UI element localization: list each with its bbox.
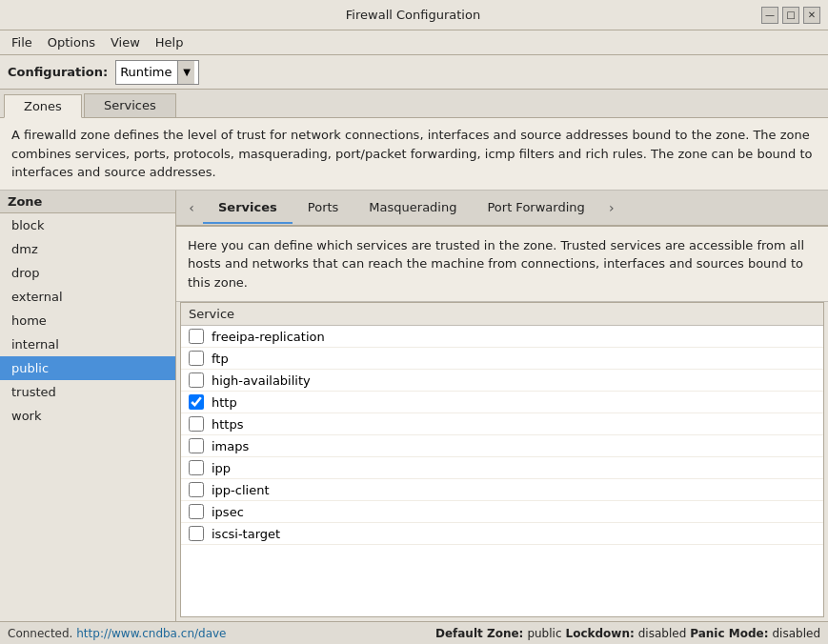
service-row-ipp-client: ipp-client	[181, 479, 823, 501]
service-checkbox-ipsec[interactable]	[189, 504, 204, 519]
service-row-http: http	[181, 392, 823, 413]
service-name-https: https	[212, 417, 243, 432]
config-value: Runtime	[120, 65, 172, 79]
inner-tab-ports[interactable]: Ports	[293, 192, 354, 222]
status-link[interactable]: http://www.cndba.cn/dave	[76, 627, 226, 640]
menu-options[interactable]: Options	[40, 33, 103, 51]
zone-item-drop[interactable]: drop	[0, 261, 175, 285]
service-name-imaps: imaps	[212, 439, 249, 453]
panic-value: disabled	[772, 627, 820, 640]
right-panel: ‹ Services Ports Masquerading Port Forwa…	[176, 191, 828, 622]
zone-item-trusted[interactable]: trusted	[0, 380, 175, 404]
zone-item-external[interactable]: external	[0, 285, 175, 309]
menu-view[interactable]: View	[103, 33, 148, 51]
tab-zones[interactable]: Zones	[4, 94, 82, 118]
service-checkbox-imaps[interactable]	[189, 438, 204, 453]
service-checkbox-high-availability[interactable]	[189, 372, 204, 388]
zone-item-work[interactable]: work	[0, 404, 175, 428]
service-name-http: http	[212, 395, 237, 410]
nav-right-arrow[interactable]: ›	[600, 196, 623, 219]
service-row-ftp: ftp	[181, 348, 823, 370]
service-row-imaps: imaps	[181, 435, 823, 457]
service-name-iscsi-target: iscsi-target	[212, 527, 280, 541]
service-row-https: https	[181, 413, 823, 435]
service-name-ipp-client: ipp-client	[212, 483, 270, 497]
zone-description: A firewalld zone defines the level of tr…	[0, 118, 828, 191]
service-checkbox-iscsi-target[interactable]	[189, 526, 204, 541]
status-connected: Connected.	[8, 627, 72, 640]
service-checkbox-http[interactable]	[189, 394, 204, 410]
window-title: Firewall Configuration	[65, 8, 761, 22]
service-row-iscsi-target: iscsi-target	[181, 523, 823, 545]
service-row-high-availability: high-availability	[181, 370, 823, 392]
main-content: Zone block dmz drop external home intern…	[0, 191, 828, 622]
lockdown-label: Lockdown:	[565, 627, 634, 640]
maximize-button[interactable]: □	[782, 7, 799, 24]
zone-item-block[interactable]: block	[0, 213, 175, 237]
zone-item-dmz[interactable]: dmz	[0, 237, 175, 261]
zone-item-internal[interactable]: internal	[0, 332, 175, 356]
service-checkbox-ftp[interactable]	[189, 351, 204, 366]
default-zone-label: Default Zone:	[435, 627, 523, 640]
service-checkbox-ipp[interactable]	[189, 460, 204, 475]
statusbar: Connected. http://www.cndba.cn/dave Defa…	[0, 621, 828, 644]
service-checkbox-ipp-client[interactable]	[189, 482, 204, 497]
inner-description: Here you can define which services are t…	[176, 227, 828, 303]
zone-list-header: Zone	[0, 191, 175, 213]
service-name-ipsec: ipsec	[212, 505, 244, 519]
service-column-header: Service	[189, 307, 234, 321]
service-name-ftp: ftp	[212, 352, 229, 366]
main-tabbar: Zones Services	[0, 90, 828, 118]
inner-tab-port-forwarding[interactable]: Port Forwarding	[472, 192, 599, 222]
panic-label: Panic Mode:	[690, 627, 768, 640]
toolbar: Configuration: Runtime ▼	[0, 55, 828, 90]
service-row-freeipa: freeipa-replication	[181, 326, 823, 348]
minimize-button[interactable]: —	[761, 7, 778, 24]
service-checkbox-freeipa[interactable]	[189, 329, 204, 344]
menu-file[interactable]: File	[4, 33, 40, 51]
service-checkbox-https[interactable]	[189, 416, 204, 432]
service-name-high-availability: high-availability	[212, 373, 311, 388]
zone-item-home[interactable]: home	[0, 309, 175, 332]
service-row-ipp: ipp	[181, 457, 823, 479]
service-row-ipsec: ipsec	[181, 501, 823, 523]
zone-item-public[interactable]: public	[0, 356, 175, 380]
status-left: Connected. http://www.cndba.cn/dave	[8, 627, 227, 640]
inner-tab-services[interactable]: Services	[203, 192, 293, 224]
service-name-freeipa: freeipa-replication	[212, 330, 325, 344]
menu-help[interactable]: Help	[148, 33, 192, 51]
titlebar: Firewall Configuration — □ ✕	[0, 0, 828, 30]
lockdown-value: disabled	[638, 627, 687, 640]
tab-services[interactable]: Services	[84, 93, 176, 117]
service-table-container: Service freeipa-replication ftp high-ava…	[180, 302, 824, 617]
status-right: Default Zone: public Lockdown: disabled …	[435, 627, 820, 640]
inner-tabbar: ‹ Services Ports Masquerading Port Forwa…	[176, 191, 828, 227]
menubar: File Options View Help	[0, 30, 828, 55]
config-dropdown[interactable]: Runtime ▼	[115, 60, 199, 85]
nav-left-arrow[interactable]: ‹	[180, 196, 203, 219]
service-name-ipp: ipp	[212, 461, 231, 475]
config-label: Configuration:	[8, 65, 108, 79]
zone-list: Zone block dmz drop external home intern…	[0, 191, 176, 622]
close-button[interactable]: ✕	[803, 7, 820, 24]
dropdown-arrow-icon: ▼	[177, 61, 194, 84]
window-controls: — □ ✕	[761, 7, 820, 24]
default-zone-value: public	[527, 627, 561, 640]
inner-tab-masquerading[interactable]: Masquerading	[353, 192, 472, 222]
